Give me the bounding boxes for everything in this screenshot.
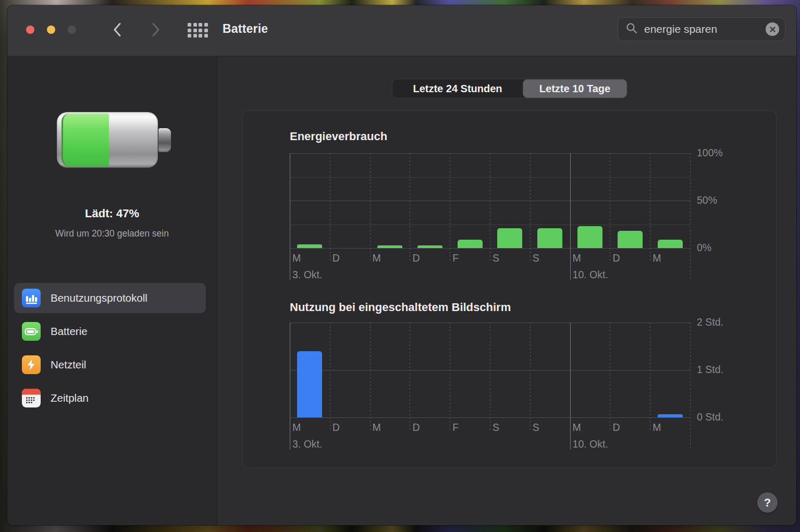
lightning-bolt-icon — [22, 355, 41, 374]
gridline-vertical — [370, 323, 371, 430]
charging-detail: Wird um 20:30 geladen sein — [7, 228, 217, 239]
close-window-button[interactable] — [26, 26, 34, 34]
sidebar-item-label: Benutzungsprotokoll — [51, 292, 147, 304]
battery-graphic — [57, 112, 158, 168]
x-axis-day-label: M — [373, 422, 381, 434]
data-bar — [377, 245, 402, 248]
battery-terminal — [158, 128, 171, 152]
x-axis-day-label: M — [653, 252, 661, 264]
back-button[interactable] — [109, 21, 125, 40]
y-axis-tick-label: 50% — [697, 194, 717, 206]
page-title: Batterie — [223, 22, 268, 36]
x-axis-day-label: D — [612, 422, 620, 434]
battery-fill — [61, 114, 109, 166]
gridline-vertical — [410, 323, 410, 430]
energy-usage-chart-title: Energieverbrauch — [290, 130, 387, 143]
sidebar: Lädt: 47% Wird um 20:30 geladen sein Ben… — [7, 56, 217, 525]
gridline-vertical — [450, 153, 450, 261]
battery-icon — [22, 322, 41, 341]
x-axis-day-label: D — [412, 422, 420, 434]
gridline-vertical — [690, 153, 691, 280]
x-axis-day-label: M — [573, 422, 581, 434]
x-axis-day-label: S — [533, 422, 539, 434]
search-input[interactable] — [643, 22, 766, 36]
gridline-vertical — [330, 153, 330, 261]
x-axis-day-label: D — [612, 252, 620, 264]
gridline-vertical — [650, 323, 650, 430]
sidebar-item-label: Zeitplan — [51, 392, 89, 404]
gridline-vertical — [610, 153, 610, 261]
gridline-vertical — [410, 153, 410, 261]
chevron-right-icon — [150, 21, 162, 40]
y-axis-tick-label: 1 Std. — [697, 364, 723, 376]
x-axis-date-label: 10. Okt. — [573, 269, 608, 281]
search-icon — [625, 22, 638, 36]
tab-letzte-10-tage[interactable]: Letzte 10 Tage — [523, 79, 627, 98]
search-field[interactable] — [618, 17, 785, 41]
gridline-vertical — [450, 323, 450, 430]
x-axis-day-label: M — [292, 252, 301, 264]
data-bar — [417, 245, 442, 248]
x-axis-day-label: S — [533, 252, 539, 264]
gridline-vertical — [530, 153, 531, 261]
minimize-window-button[interactable] — [47, 26, 55, 34]
gridline-vertical — [490, 153, 490, 261]
show-all-preferences-grid-icon[interactable] — [188, 23, 208, 38]
x-axis-date-label: 10. Okt. — [573, 438, 608, 450]
x-axis-day-label: F — [452, 252, 459, 264]
bar-chart-icon — [22, 289, 41, 307]
charging-status: Lädt: 47% — [7, 207, 217, 220]
y-axis-tick-label: 100% — [697, 147, 723, 159]
x-axis-day-label: M — [653, 422, 661, 434]
clear-search-button[interactable] — [766, 22, 779, 36]
sidebar-item-label: Netzteil — [51, 358, 86, 371]
x-axis-date-label: 3. Okt. — [292, 438, 322, 450]
x-axis-day-label: S — [493, 422, 499, 434]
gridline-vertical — [370, 153, 371, 261]
y-axis-tick-label: 2 Std. — [697, 316, 723, 328]
forward-button[interactable] — [148, 21, 164, 40]
time-range-segmented-control: Letzte 24 Stunden Letzte 10 Tage — [392, 79, 627, 98]
help-button[interactable]: ? — [757, 492, 778, 513]
x-axis-day-label: M — [373, 252, 381, 264]
gridline-vertical — [690, 323, 691, 450]
question-mark-icon: ? — [764, 496, 771, 510]
gridline-vertical — [570, 323, 571, 450]
screen-on-usage-chart-title: Nutzung bei eingeschaltetem Bildschirm — [290, 301, 511, 314]
x-axis-day-label: F — [452, 422, 459, 434]
data-bar — [537, 228, 562, 248]
data-bar — [618, 231, 643, 248]
zoom-window-button — [68, 26, 76, 34]
sidebar-item-batterie[interactable]: Batterie — [14, 316, 206, 347]
x-axis-day-label: S — [493, 252, 499, 264]
x-axis-day-label: D — [333, 422, 340, 434]
energy-usage-chart: MDMDFSSMDM3. Okt.10. Okt.100%50%0% — [290, 153, 690, 248]
gridline-vertical — [330, 323, 330, 430]
gridline-vertical — [290, 323, 290, 450]
gridline-vertical — [570, 153, 571, 280]
battery-preferences-window: Batterie Lädt: 47% Wird um 20:30 geladen… — [7, 5, 796, 525]
sidebar-item-zeitplan[interactable]: Zeitplan — [14, 383, 206, 413]
y-axis-tick-label: 0 Std. — [697, 411, 723, 423]
chevron-left-icon — [111, 21, 124, 40]
x-axis-day-label: M — [292, 422, 301, 434]
data-bar — [297, 244, 322, 248]
data-bar — [658, 240, 683, 248]
sidebar-item-netzteil[interactable]: Netzteil — [14, 350, 206, 380]
data-bar — [458, 240, 483, 248]
sidebar-item-label: Batterie — [51, 325, 88, 338]
gridline-vertical — [490, 323, 490, 430]
x-axis-day-label: D — [333, 252, 340, 264]
gridline-vertical — [650, 153, 650, 261]
screen-on-usage-chart: MDMDFSSMDM3. Okt.10. Okt.2 Std.1 Std.0 S… — [290, 323, 690, 417]
tab-letzte-24-stunden[interactable]: Letzte 24 Stunden — [392, 79, 523, 98]
x-axis-date-label: 3. Okt. — [292, 269, 322, 281]
x-axis-day-label: D — [412, 252, 420, 264]
gridline-vertical — [290, 153, 290, 280]
usage-panel: Energieverbrauch MDMDFSSMDM3. Okt.10. Ok… — [242, 110, 777, 468]
data-bar — [297, 351, 322, 417]
x-axis-day-label: M — [573, 252, 581, 264]
sidebar-item-benutzungsprotokoll[interactable]: Benutzungsprotokoll — [14, 283, 206, 313]
gridline-vertical — [610, 323, 610, 430]
titlebar: Batterie — [7, 5, 796, 56]
